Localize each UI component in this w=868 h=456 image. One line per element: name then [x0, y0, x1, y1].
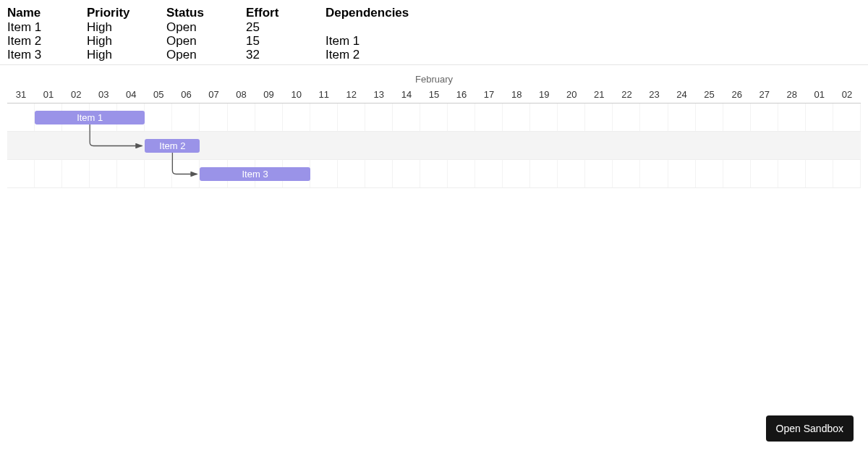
- cell-effort: 15: [246, 34, 326, 48]
- gantt-day-cell: 06: [172, 89, 200, 103]
- header-priority: Priority: [87, 6, 166, 20]
- open-sandbox-button[interactable]: Open Sandbox: [766, 415, 854, 442]
- gantt-bar-item-1[interactable]: Item 1: [35, 111, 145, 124]
- gantt-day-cell: 26: [723, 89, 751, 103]
- cell-dependencies: Item 2: [326, 48, 861, 62]
- cell-status: Open: [166, 34, 246, 48]
- gantt-day-cell: 19: [530, 89, 558, 103]
- gantt-day-cell: 14: [393, 89, 420, 103]
- gantt-day-cell: 21: [585, 89, 613, 103]
- gantt-day-cell: 31: [7, 89, 35, 103]
- gantt-day-cell: 13: [365, 89, 393, 103]
- gantt-day-cell: 04: [117, 89, 145, 103]
- cell-status: Open: [166, 48, 246, 62]
- gantt-day-cell: 27: [751, 89, 778, 103]
- gantt-day-cell: 07: [200, 89, 227, 103]
- gantt-bar-item-2[interactable]: Item 2: [145, 139, 200, 153]
- gantt-day-cell: 08: [228, 89, 255, 103]
- cell-dependencies: Item 1: [326, 34, 861, 48]
- table-header-row: Name Priority Status Effort Dependencies: [7, 6, 861, 20]
- cell-priority: High: [87, 48, 166, 62]
- gantt-day-cell: 01: [35, 89, 62, 103]
- gantt-day-cell: 22: [613, 89, 640, 103]
- gantt-bar-item-3[interactable]: Item 3: [200, 167, 310, 181]
- header-status: Status: [166, 6, 246, 20]
- cell-priority: High: [87, 20, 166, 34]
- gantt-day-cell: 05: [145, 89, 172, 103]
- cell-dependencies: [326, 20, 861, 34]
- table-row[interactable]: Item 1 High Open 25: [7, 20, 861, 34]
- gantt-day-cell: 28: [778, 89, 806, 103]
- gantt-day-cell: 15: [420, 89, 448, 103]
- gantt-row: Item 3: [7, 160, 861, 188]
- gantt-month-label: February: [0, 65, 868, 89]
- gantt-day-cell: 11: [310, 89, 338, 103]
- cell-status: Open: [166, 20, 246, 34]
- cell-name: Item 3: [7, 48, 87, 62]
- cell-name: Item 2: [7, 34, 87, 48]
- gantt-day-cell: 02: [833, 89, 861, 103]
- gantt-day-cell: 20: [558, 89, 585, 103]
- gantt-day-cell: 18: [503, 89, 530, 103]
- gantt-day-cell: 02: [62, 89, 90, 103]
- gantt-day-cell: 17: [475, 89, 503, 103]
- gantt-day-cell: 09: [255, 89, 283, 103]
- cell-priority: High: [87, 34, 166, 48]
- gantt-day-header: 3101020304050607080910111213141516171819…: [7, 89, 861, 104]
- gantt-day-cell: 24: [668, 89, 696, 103]
- cell-effort: 25: [246, 20, 326, 34]
- gantt-day-cell: 01: [806, 89, 833, 103]
- table-row[interactable]: Item 2 High Open 15 Item 1: [7, 34, 861, 48]
- gantt-day-cell: 25: [696, 89, 723, 103]
- gantt-day-cell: 16: [448, 89, 475, 103]
- gantt-row: Item 2: [7, 132, 861, 160]
- header-effort: Effort: [246, 6, 326, 20]
- header-dependencies: Dependencies: [326, 6, 861, 20]
- table-row[interactable]: Item 3 High Open 32 Item 2: [7, 48, 861, 62]
- items-table: Name Priority Status Effort Dependencies…: [0, 0, 868, 65]
- gantt-day-cell: 10: [283, 89, 310, 103]
- gantt-day-cell: 23: [640, 89, 668, 103]
- cell-name: Item 1: [7, 20, 87, 34]
- cell-effort: 32: [246, 48, 326, 62]
- gantt-chart: February 3101020304050607080910111213141…: [0, 65, 868, 198]
- gantt-rows: Item 1 Item 2 Item 3: [7, 104, 861, 188]
- gantt-day-cell: 03: [90, 89, 117, 103]
- header-name: Name: [7, 6, 87, 20]
- gantt-row: Item 1: [7, 104, 861, 132]
- gantt-day-cell: 12: [338, 89, 365, 103]
